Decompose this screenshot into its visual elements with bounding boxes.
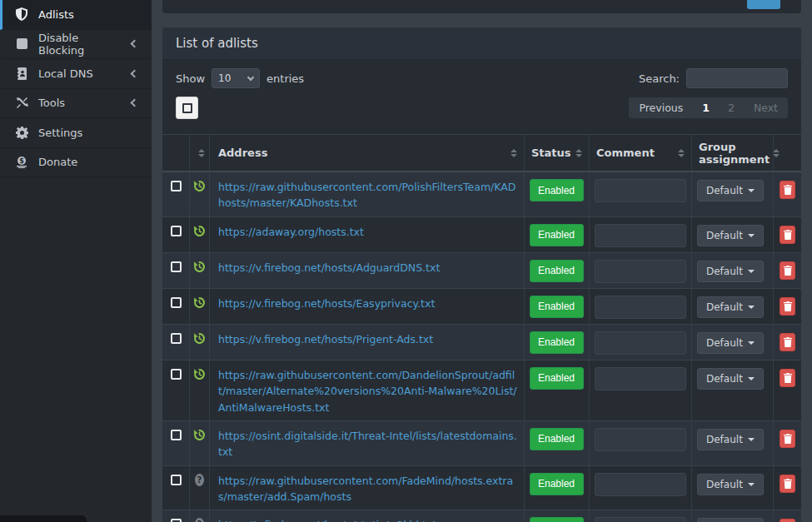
header-icon-col[interactable]	[189, 135, 209, 171]
pagination-next[interactable]: Next	[744, 97, 788, 118]
comment-input[interactable]	[595, 331, 686, 355]
status-toggle-button[interactable]: Enabled	[530, 517, 584, 522]
group-assignment-dropdown[interactable]: Default	[697, 296, 764, 318]
row-checkbox[interactable]	[171, 261, 182, 272]
pagination-page-2[interactable]: 2	[719, 97, 744, 118]
comment-input[interactable]	[595, 473, 686, 496]
comment-input[interactable]	[595, 179, 686, 202]
row-checkbox[interactable]	[171, 430, 182, 440]
delete-button[interactable]	[780, 369, 795, 387]
table-row: ? https://v.firebog.net/hosts/AdguardDNS…	[162, 253, 801, 289]
comment-input[interactable]	[595, 296, 686, 319]
group-assignment-dropdown[interactable]: Default	[697, 518, 764, 522]
group-label: Default	[706, 266, 743, 277]
adlist-address-link[interactable]: https://raw.githubusercontent.com/Polish…	[218, 177, 519, 211]
status-label: Enabled	[531, 261, 582, 281]
row-checkbox[interactable]	[171, 369, 182, 380]
delete-button[interactable]	[780, 519, 795, 522]
table-controls-top: Show 10 entries Search:	[162, 60, 801, 92]
sort-icon	[678, 149, 685, 157]
status-toggle-button[interactable]: Enabled	[530, 367, 584, 390]
sidebar-item-label: Disable Blocking	[38, 32, 122, 57]
adlist-address-link[interactable]: https://v.firebog.net/hosts/Easyprivacy.…	[218, 294, 435, 319]
header-comment[interactable]: Comment	[589, 135, 691, 171]
header-status[interactable]: Status	[524, 135, 589, 171]
status-toggle-button[interactable]: Enabled	[530, 260, 584, 282]
group-assignment-dropdown[interactable]: Default	[697, 261, 764, 282]
group-assignment-dropdown[interactable]: Default	[697, 180, 764, 201]
checkbox-square-icon	[182, 103, 192, 113]
sidebar-item-settings[interactable]: Settings	[0, 118, 152, 148]
adlist-address-link[interactable]: https://v.firebog.net/hosts/Prigent-Ads.…	[218, 330, 433, 355]
select-all-button-top[interactable]	[176, 97, 198, 119]
pagination-previous[interactable]: Previous	[629, 97, 693, 118]
adlist-address-link[interactable]: https://raw.githubusercontent.com/Dandel…	[218, 365, 519, 415]
header-address[interactable]: Address	[209, 135, 524, 171]
delete-button[interactable]	[780, 297, 795, 316]
page-length-select[interactable]: 10	[212, 68, 260, 88]
adlists-table: Address Status Comment Group assignment	[162, 134, 801, 522]
comment-input[interactable]	[595, 367, 686, 390]
status-toggle-button[interactable]: Enabled	[530, 224, 584, 246]
sidebar-item-tools[interactable]: Tools	[0, 89, 152, 119]
table-header: Address Status Comment Group assignment	[162, 135, 801, 172]
chevron-down-icon	[247, 73, 254, 80]
adlist-address-link[interactable]: https://osint.digitalside.it/Threat-Inte…	[218, 426, 519, 460]
adlist-address-link[interactable]: https://adaway.org/hosts.txt	[218, 222, 364, 247]
table-row: ? https://osint.digitalside.it/Threat-In…	[162, 421, 801, 466]
sidebar-item-donate[interactable]: $ Donate	[0, 148, 152, 178]
question-icon: ?	[195, 518, 204, 522]
sidebar-item-local-dns[interactable]: Local DNS	[0, 59, 152, 89]
adlist-address-link[interactable]: https://v.firebog.net/hosts/static/w3kbl…	[218, 515, 436, 522]
delete-button[interactable]	[780, 261, 795, 280]
comment-input[interactable]	[595, 260, 686, 283]
group-assignment-dropdown[interactable]: Default	[697, 474, 764, 495]
page-length-value: 10	[218, 72, 231, 84]
row-checkbox[interactable]	[171, 226, 182, 236]
status-toggle-button[interactable]: Enabled	[530, 473, 584, 495]
group-assignment-dropdown[interactable]: Default	[697, 225, 764, 246]
comment-input[interactable]	[595, 224, 686, 247]
history-icon	[193, 332, 206, 355]
table-row: ? https://raw.githubusercontent.com/Poli…	[162, 172, 801, 217]
adlist-address-link[interactable]: https://raw.githubusercontent.com/FadeMi…	[218, 471, 519, 505]
delete-button[interactable]	[780, 333, 795, 351]
search-input[interactable]	[686, 68, 788, 88]
header-group[interactable]: Group assignment	[691, 135, 773, 171]
group-assignment-dropdown[interactable]: Default	[697, 368, 764, 390]
caret-down-icon	[748, 234, 755, 237]
table-controls-row2: Previous 1 2 Next	[162, 92, 801, 127]
status-label: Enabled	[531, 332, 582, 353]
group-assignment-dropdown[interactable]: Default	[697, 332, 764, 354]
row-checkbox[interactable]	[171, 297, 182, 308]
group-assignment-dropdown[interactable]: Default	[697, 429, 764, 450]
adlist-address-link[interactable]: https://v.firebog.net/hosts/AdguardDNS.t…	[218, 258, 440, 283]
row-checkbox[interactable]	[171, 519, 182, 522]
status-label: Enabled	[531, 296, 582, 317]
comment-input[interactable]	[595, 517, 686, 522]
status-toggle-button[interactable]: Enabled	[530, 296, 584, 318]
delete-button[interactable]	[780, 475, 795, 493]
header-status-label: Status	[531, 147, 571, 159]
delete-button[interactable]	[780, 181, 795, 199]
status-toggle-button[interactable]: Enabled	[530, 428, 584, 450]
pagination-page-1[interactable]: 1	[693, 97, 719, 118]
status-toggle-button[interactable]: Enabled	[530, 331, 584, 354]
table-row: ? https://raw.githubusercontent.com/Fade…	[162, 466, 801, 511]
adlists-card: List of adlists Show 10 entries Search: …	[162, 27, 801, 522]
row-checkbox[interactable]	[171, 333, 182, 344]
row-checkbox[interactable]	[171, 475, 182, 485]
sidebar-item-adlists[interactable]: Adlists	[0, 0, 152, 30]
group-label: Default	[706, 373, 743, 385]
sidebar-item-disable-blocking[interactable]: Disable Blocking	[0, 30, 152, 60]
sidebar-item-label: Settings	[38, 127, 140, 139]
table-row: ? https://v.firebog.net/hosts/Prigent-Ad…	[162, 325, 801, 360]
status-label: Enabled	[531, 225, 582, 246]
comment-input[interactable]	[595, 428, 686, 451]
row-checkbox[interactable]	[171, 181, 182, 191]
delete-button[interactable]	[780, 226, 795, 244]
svg-text:$: $	[19, 157, 24, 165]
delete-button[interactable]	[780, 430, 795, 448]
add-button-partial[interactable]	[747, 0, 780, 9]
status-toggle-button[interactable]: Enabled	[530, 179, 584, 201]
